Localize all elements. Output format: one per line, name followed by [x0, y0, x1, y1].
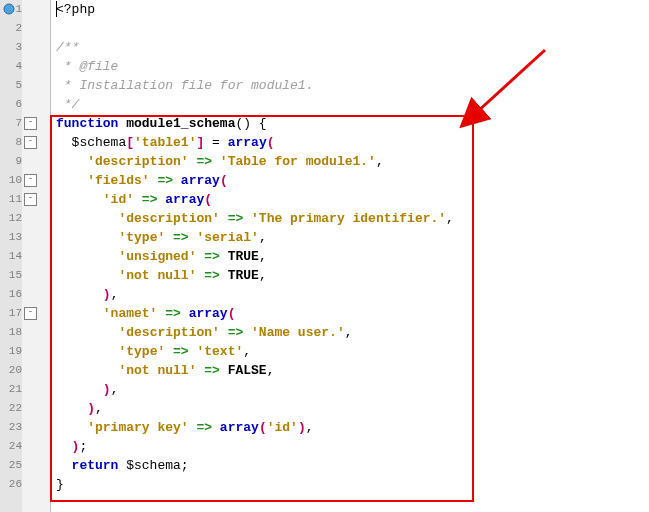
code-text: 'not null' => FALSE,: [50, 363, 274, 378]
code-line[interactable]: 13 'type' => 'serial',: [50, 228, 649, 247]
code-text: /**: [50, 40, 79, 55]
line-number: 17: [0, 304, 22, 323]
fold-toggle-icon[interactable]: -: [24, 174, 37, 187]
code-text: */: [50, 97, 79, 112]
code-text: 'type' => 'serial',: [50, 230, 267, 245]
code-text: * @file: [50, 59, 118, 74]
code-line[interactable]: 15 'not null' => TRUE,: [50, 266, 649, 285]
code-text: return $schema;: [50, 458, 189, 473]
code-line[interactable]: 14 'unsigned' => TRUE,: [50, 247, 649, 266]
code-line[interactable]: 24 );: [50, 437, 649, 456]
line-number: 25: [0, 456, 22, 475]
code-text: 'unsigned' => TRUE,: [50, 249, 267, 264]
code-line[interactable]: 2: [50, 19, 649, 38]
fold-toggle-icon[interactable]: -: [24, 307, 37, 320]
code-text: * Installation file for module1.: [50, 78, 313, 93]
code-text: ),: [50, 382, 118, 397]
line-number: 6: [0, 95, 22, 114]
line-number: 19: [0, 342, 22, 361]
code-line[interactable]: 11- 'id' => array(: [50, 190, 649, 209]
code-text: 'description' => 'Name user.',: [50, 325, 353, 340]
code-line[interactable]: 9 'description' => 'Table for module1.',: [50, 152, 649, 171]
code-line[interactable]: 23 'primary key' => array('id'),: [50, 418, 649, 437]
code-text: 'description' => 'The primary identifier…: [50, 211, 454, 226]
code-line[interactable]: 7-function module1_schema() {: [50, 114, 649, 133]
line-number: 2: [0, 19, 22, 38]
code-text: 'type' => 'text',: [50, 344, 251, 359]
code-text: 'id' => array(: [50, 192, 212, 207]
fold-toggle-icon[interactable]: -: [24, 193, 37, 206]
code-text: ),: [50, 401, 103, 416]
code-text: 'primary key' => array('id'),: [50, 420, 314, 435]
code-line[interactable]: 10- 'fields' => array(: [50, 171, 649, 190]
line-number: 16: [0, 285, 22, 304]
code-line[interactable]: 21 ),: [50, 380, 649, 399]
line-number: 8: [0, 133, 22, 152]
code-line[interactable]: 26}: [50, 475, 649, 494]
code-text: 'not null' => TRUE,: [50, 268, 267, 283]
line-number: 10: [0, 171, 22, 190]
code-line[interactable]: 1<?php: [50, 0, 649, 19]
code-text: }: [50, 477, 64, 492]
line-number: 24: [0, 437, 22, 456]
code-text: $schema['table1'] = array(: [50, 135, 275, 150]
line-number: 26: [0, 475, 22, 494]
line-number: 15: [0, 266, 22, 285]
line-number: 21: [0, 380, 22, 399]
line-number: 20: [0, 361, 22, 380]
line-number: 7: [0, 114, 22, 133]
line-number: 12: [0, 209, 22, 228]
code-text: ),: [50, 287, 118, 302]
code-text: 'namet' => array(: [50, 306, 235, 321]
fold-toggle-icon[interactable]: -: [24, 136, 37, 149]
line-number: 5: [0, 76, 22, 95]
text-cursor: [56, 1, 57, 17]
code-text: function module1_schema() {: [50, 116, 267, 131]
code-line[interactable]: 4 * @file: [50, 57, 649, 76]
code-area[interactable]: 1<?php23/**4 * @file5 * Installation fil…: [50, 0, 649, 494]
fold-margin: [22, 0, 51, 512]
svg-point-0: [4, 4, 14, 14]
code-line[interactable]: 22 ),: [50, 399, 649, 418]
code-line[interactable]: 17- 'namet' => array(: [50, 304, 649, 323]
code-line[interactable]: 18 'description' => 'Name user.',: [50, 323, 649, 342]
code-line[interactable]: 5 * Installation file for module1.: [50, 76, 649, 95]
code-line[interactable]: 19 'type' => 'text',: [50, 342, 649, 361]
line-number: 23: [0, 418, 22, 437]
code-line[interactable]: 16 ),: [50, 285, 649, 304]
line-number: 22: [0, 399, 22, 418]
fold-toggle-icon[interactable]: -: [24, 117, 37, 130]
code-text: 'description' => 'Table for module1.',: [50, 154, 384, 169]
code-line[interactable]: 20 'not null' => FALSE,: [50, 361, 649, 380]
code-text: [50, 21, 56, 36]
line-number: 14: [0, 247, 22, 266]
line-number: 18: [0, 323, 22, 342]
code-line[interactable]: 25 return $schema;: [50, 456, 649, 475]
code-text: 'fields' => array(: [50, 173, 228, 188]
line-number: 3: [0, 38, 22, 57]
line-number: 9: [0, 152, 22, 171]
line-number: 11: [0, 190, 22, 209]
code-line[interactable]: 3/**: [50, 38, 649, 57]
line-number: 4: [0, 57, 22, 76]
line-number: 13: [0, 228, 22, 247]
bookmark-icon[interactable]: [2, 2, 16, 16]
code-editor: 1<?php23/**4 * @file5 * Installation fil…: [0, 0, 649, 512]
code-text: );: [50, 439, 87, 454]
code-line[interactable]: 8- $schema['table1'] = array(: [50, 133, 649, 152]
code-line[interactable]: 12 'description' => 'The primary identif…: [50, 209, 649, 228]
code-line[interactable]: 6 */: [50, 95, 649, 114]
